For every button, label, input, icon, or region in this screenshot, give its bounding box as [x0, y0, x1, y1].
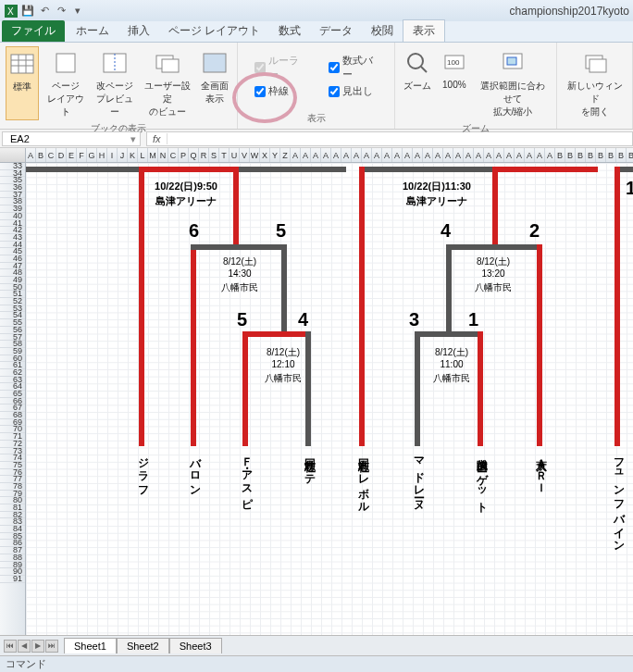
- check-formula-bar[interactable]: 数式バー: [329, 54, 378, 81]
- filename: championship2017kyoto: [510, 5, 629, 18]
- check-headings[interactable]: 見出し: [329, 84, 378, 98]
- check-ruler[interactable]: ルーラー: [254, 54, 304, 81]
- col-header[interactable]: A: [331, 148, 341, 162]
- sheet-nav-first-icon[interactable]: ⏮: [4, 640, 17, 653]
- col-header[interactable]: Z: [280, 148, 291, 162]
- sheet-nav-prev-icon[interactable]: ◀: [18, 640, 31, 653]
- row-header[interactable]: 91: [0, 576, 25, 583]
- col-header[interactable]: B: [627, 148, 633, 162]
- col-header[interactable]: A: [535, 148, 545, 162]
- col-header[interactable]: B: [576, 148, 586, 162]
- sheet-nav-next-icon[interactable]: ▶: [31, 640, 44, 653]
- tab-file[interactable]: ファイル: [2, 20, 65, 42]
- tab-data[interactable]: データ: [310, 20, 362, 42]
- col-header[interactable]: I: [107, 148, 118, 162]
- col-header[interactable]: A: [433, 148, 443, 162]
- tab-insert[interactable]: 挿入: [118, 20, 159, 42]
- view-page-break-button[interactable]: 改ページ プレビュー: [92, 46, 137, 120]
- undo-icon[interactable]: ↶: [37, 4, 52, 19]
- tab-page-layout[interactable]: ページ レイアウト: [159, 20, 269, 42]
- col-header[interactable]: C: [46, 148, 56, 162]
- tab-home[interactable]: ホーム: [67, 20, 118, 42]
- col-header[interactable]: B: [596, 148, 606, 162]
- col-header[interactable]: A: [545, 148, 555, 162]
- col-header[interactable]: G: [87, 148, 97, 162]
- col-header[interactable]: A: [352, 148, 362, 162]
- col-header[interactable]: F: [77, 148, 87, 162]
- col-header[interactable]: A: [26, 148, 36, 162]
- col-header[interactable]: A: [341, 148, 352, 162]
- tab-review[interactable]: 校閲: [362, 20, 403, 42]
- col-header[interactable]: P: [179, 148, 189, 162]
- col-header[interactable]: A: [453, 148, 464, 162]
- col-header[interactable]: A: [515, 148, 525, 162]
- view-normal-button[interactable]: 標準: [6, 46, 39, 120]
- col-header[interactable]: A: [403, 148, 413, 162]
- view-custom-button[interactable]: ユーザー設定 のビュー: [141, 46, 194, 120]
- col-header[interactable]: A: [362, 148, 372, 162]
- col-header[interactable]: L: [138, 148, 148, 162]
- zoom-selection-button[interactable]: 選択範囲に合わせて 拡大/縮小: [475, 46, 551, 120]
- group-workbook-views: 標準 ページ レイアウト 改ページ プレビュー ユーザー設定 のビュー 全画面 …: [0, 43, 238, 129]
- col-header[interactable]: B: [606, 148, 616, 162]
- col-header[interactable]: A: [392, 148, 403, 162]
- view-page-layout-button[interactable]: ページ レイアウト: [43, 46, 88, 120]
- col-header[interactable]: A: [372, 148, 382, 162]
- col-header[interactable]: A: [494, 148, 504, 162]
- col-header[interactable]: X: [260, 148, 270, 162]
- sheet-canvas[interactable]: 10/22(日)9:50 島津アリーナ 6 5 8/12(土) 14:30 八幡…: [26, 163, 633, 635]
- match-time: 11:00: [426, 359, 478, 369]
- col-header[interactable]: W: [250, 148, 260, 162]
- col-header[interactable]: A: [443, 148, 453, 162]
- zoom-100-button[interactable]: 100100%: [438, 46, 471, 120]
- col-header[interactable]: U: [230, 148, 240, 162]
- col-header[interactable]: A: [413, 148, 423, 162]
- col-header[interactable]: A: [484, 148, 494, 162]
- col-header[interactable]: C: [168, 148, 179, 162]
- name-box[interactable]: EA2: [2, 131, 141, 146]
- col-header[interactable]: A: [321, 148, 331, 162]
- col-header[interactable]: A: [474, 148, 484, 162]
- col-header[interactable]: A: [464, 148, 474, 162]
- save-icon[interactable]: 💾: [20, 4, 35, 19]
- col-header[interactable]: B: [616, 148, 627, 162]
- col-header[interactable]: K: [128, 148, 138, 162]
- col-header[interactable]: A: [382, 148, 392, 162]
- sheet-tab[interactable]: Sheet3: [169, 638, 222, 653]
- col-header[interactable]: A: [525, 148, 535, 162]
- col-header[interactable]: B: [565, 148, 576, 162]
- col-header[interactable]: A: [504, 148, 515, 162]
- sheet-nav-last-icon[interactable]: ⏭: [45, 640, 58, 653]
- redo-icon[interactable]: ↷: [54, 4, 68, 19]
- view-fullscreen-button[interactable]: 全画面 表示: [198, 46, 231, 120]
- col-header[interactable]: A: [301, 148, 311, 162]
- col-header[interactable]: V: [240, 148, 250, 162]
- check-gridlines[interactable]: 枠線: [254, 84, 304, 98]
- col-header[interactable]: A: [291, 148, 301, 162]
- col-header[interactable]: E: [67, 148, 77, 162]
- col-header[interactable]: B: [36, 148, 46, 162]
- col-header[interactable]: N: [158, 148, 168, 162]
- col-header[interactable]: B: [555, 148, 565, 162]
- col-header[interactable]: S: [209, 148, 219, 162]
- col-header[interactable]: A: [423, 148, 433, 162]
- col-header[interactable]: T: [219, 148, 230, 162]
- col-header[interactable]: B: [586, 148, 596, 162]
- new-window-button[interactable]: 新しいウィンド を開く: [563, 46, 627, 120]
- qat-dropdown-icon[interactable]: ▾: [70, 4, 85, 19]
- team-name: 同志社トレボル: [355, 450, 371, 508]
- col-header[interactable]: D: [56, 148, 67, 162]
- col-header[interactable]: Y: [270, 148, 280, 162]
- zoom-button[interactable]: ズーム: [401, 46, 434, 120]
- col-header[interactable]: Q: [189, 148, 199, 162]
- sheet-tab[interactable]: Sheet2: [117, 638, 169, 653]
- tab-view[interactable]: 表示: [403, 19, 445, 42]
- col-header[interactable]: H: [97, 148, 107, 162]
- col-header[interactable]: J: [118, 148, 128, 162]
- col-header[interactable]: R: [199, 148, 209, 162]
- select-all-button[interactable]: [0, 148, 26, 162]
- sheet-tab[interactable]: Sheet1: [64, 638, 117, 653]
- col-header[interactable]: A: [311, 148, 321, 162]
- col-header[interactable]: M: [148, 148, 158, 162]
- tab-formulas[interactable]: 数式: [269, 20, 310, 42]
